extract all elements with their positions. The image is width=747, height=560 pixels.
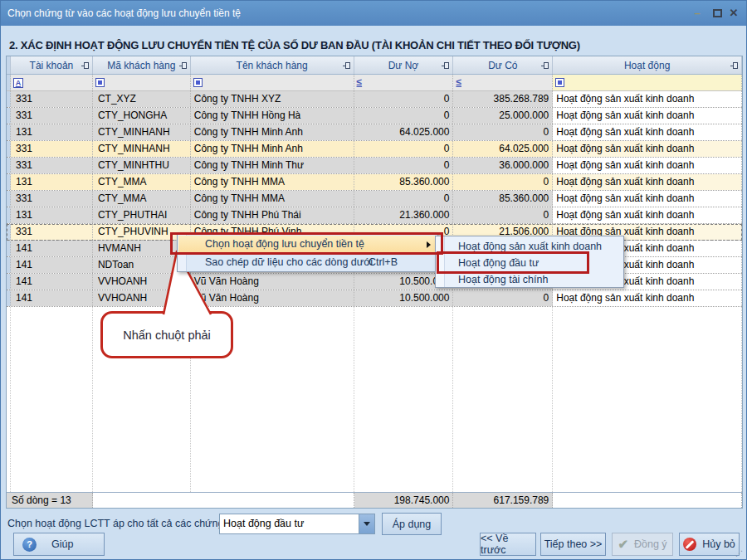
submenu-item-tai-chinh[interactable]: Hoạt động tài chính [437, 271, 623, 288]
table-row[interactable]: 331CTY_MINHANHCông ty TNHH Minh Anh064.0… [7, 141, 742, 158]
cell-ma_khach_hang: CT_XYZ [93, 91, 191, 107]
filter-cell-ma_khach_hang[interactable] [93, 75, 191, 90]
table-row[interactable]: 131CTY_PHUTHAICông ty TNHH Phú Thái21.36… [7, 207, 742, 224]
column-header-tai_khoan[interactable]: Tài khoản [11, 56, 93, 74]
table-row[interactable]: 141VVHOANHVũ Văn Hoàng10.500.000Hoạt độn… [7, 274, 742, 290]
table-row[interactable]: 331CTY_MINHTHUCông ty TNHH Minh Thư036.0… [7, 158, 742, 174]
column-header-label: Tài khoản [30, 60, 74, 71]
cell-tai_khoan: 331 [11, 158, 93, 173]
cell-ma_khach_hang: CTY_MMA [93, 174, 191, 190]
cell-du_co: 64.025.000 [453, 141, 553, 157]
column-header-ten_khach_hang[interactable]: Tên khách hàng [191, 56, 354, 74]
footer-spacer [553, 493, 742, 508]
apply-all-label: Chọn hoạt động LCTT áp cho tất cả các ch… [7, 513, 237, 534]
check-icon: ✔ [618, 537, 628, 552]
maximize-icon[interactable] [708, 1, 726, 26]
cell-du_co: 85.360.000 [453, 191, 553, 207]
filter-cell-ten_khach_hang[interactable] [191, 75, 354, 90]
cell-du_no: 0 [354, 158, 454, 173]
window-title: Chọn chứng từ vào các hoạt động lưu chuy… [7, 1, 241, 26]
column-header-du_co[interactable]: Dư Có [453, 56, 553, 74]
cell-ma_khach_hang: CTY_MINHANH [93, 141, 191, 157]
ok-button[interactable]: ✔ Đồng ý [612, 533, 673, 556]
du-no-total: 198.745.000 [354, 493, 454, 508]
menu-item-sao-chep[interactable]: Sao chép dữ liệu cho các dòng dưới Ctrl+… [178, 254, 437, 271]
cell-hoat_dong: Hoạt động sản xuất kinh doanh [553, 158, 742, 173]
resize-grip[interactable]: ⋰ [735, 549, 744, 558]
filter-cell-tai_khoan[interactable]: A [11, 75, 93, 90]
pin-icon[interactable] [84, 62, 89, 69]
grid-header-row: Tài khoảnMã khách hàngTên khách hàngDư N… [7, 56, 742, 75]
cell-du_no: 10.500.000 [354, 290, 454, 306]
column-header-du_no[interactable]: Dư Nợ [354, 56, 454, 74]
section-title: 2. XÁC ĐỊNH HOẠT ĐỘNG LƯU CHUYỂN TIỀN TỆ… [9, 39, 580, 51]
pin-icon[interactable] [733, 62, 738, 69]
box-filter-icon[interactable] [555, 78, 564, 87]
pin-icon[interactable] [182, 62, 187, 69]
cell-tai_khoan: 331 [11, 141, 93, 157]
minimize-icon[interactable]: – [688, 1, 706, 26]
table-row[interactable]: 141VVHOANHVũ Văn Hoàng10.500.0000Hoạt độ… [7, 290, 742, 307]
apply-button-label: Áp dụng [393, 519, 432, 530]
cell-ten_khach_hang: Công ty TNHH MMA [191, 191, 354, 207]
previous-button[interactable]: << Về trước [480, 533, 536, 556]
activity-combobox[interactable]: Hoạt động đầu tư [219, 514, 375, 534]
filter-cell-du_no[interactable]: ≤ [354, 75, 454, 90]
pin-icon[interactable] [444, 62, 449, 69]
table-row[interactable]: 331CTY_MMACông ty TNHH MMA085.360.000Hoạ… [7, 191, 742, 207]
less-equal-filter-icon[interactable]: ≤ [456, 78, 461, 87]
cell-hoat_dong: Hoạt động sản xuất kinh doanh [553, 191, 742, 207]
cell-tai_khoan: 331 [11, 224, 93, 240]
column-header-label: Hoạt động [624, 60, 670, 71]
help-button[interactable]: ? Giúp [13, 533, 105, 556]
table-row[interactable]: 131CTY_MINHANHCông ty TNHH Minh Anh64.02… [7, 124, 742, 141]
cell-du_no: 21.360.000 [354, 207, 454, 223]
cell-ten_khach_hang: Công ty TNHH XYZ [191, 91, 354, 107]
cell-ten_khach_hang: Công ty TNHH MMA [191, 174, 354, 190]
pin-icon[interactable] [345, 62, 350, 69]
cancel-button[interactable]: Hủy bỏ [679, 533, 740, 556]
ok-button-label: Đồng ý [634, 538, 667, 550]
filter-cell-du_co[interactable]: ≤ [453, 75, 553, 90]
footer-spacer [93, 493, 354, 508]
filter-cell-hoat_dong[interactable] [553, 75, 742, 90]
cell-tai_khoan: 331 [11, 91, 93, 107]
column-header-label: Dư Nợ [388, 60, 419, 71]
column-header-hoat_dong[interactable]: Hoạt động [553, 56, 742, 74]
table-row[interactable]: 331CTY_HONGHACông ty TNHH Hồng Hà025.000… [7, 108, 742, 124]
cell-hoat_dong: Hoạt động sản xuất kinh doanh [553, 141, 742, 157]
cell-du_no: 85.360.000 [354, 174, 454, 190]
apply-button[interactable]: Áp dụng [382, 513, 442, 535]
less-equal-filter-icon[interactable]: ≤ [357, 78, 363, 87]
previous-button-label: << Về trước [481, 533, 535, 556]
cell-du_no: 0 [354, 108, 454, 124]
box-filter-icon[interactable] [95, 78, 105, 87]
cell-hoat_dong: Hoạt động sản xuất kinh doanh [553, 174, 742, 190]
cell-ten_khach_hang: Công ty TNHH Minh Thư [191, 158, 354, 173]
cancel-button-label: Hủy bỏ [702, 538, 735, 550]
cell-ma_khach_hang: CTY_PHUTHAI [93, 207, 191, 223]
cell-tai_khoan: 131 [11, 174, 93, 190]
cell-du_no: 0 [354, 141, 454, 157]
cell-tai_khoan: 141 [11, 290, 93, 306]
column-header-ma_khach_hang[interactable]: Mã khách hàng [93, 56, 191, 74]
callout-text: Nhấn chuột phải [123, 329, 211, 342]
next-button[interactable]: Tiếp theo >> [540, 533, 606, 556]
table-row[interactable]: 131CTY_MMACông ty TNHH MMA85.360.0000Hoạ… [7, 174, 742, 191]
cell-tai_khoan: 141 [11, 241, 93, 256]
pin-icon[interactable] [544, 62, 549, 69]
cell-ma_khach_hang: CTY_MINHTHU [93, 158, 191, 173]
cell-tai_khoan: 141 [11, 257, 93, 273]
box-filter-icon[interactable] [193, 78, 203, 87]
close-icon[interactable]: ✕ [725, 1, 743, 26]
cell-du_co: 385.268.789 [453, 91, 553, 107]
cell-hoat_dong: Hoạt động sản xuất kinh doanh [553, 290, 742, 306]
cell-du_co: 25.000.000 [453, 108, 553, 124]
table-row[interactable]: 331CT_XYZCông ty TNHH XYZ0385.268.789Hoạ… [7, 91, 742, 108]
cell-hoat_dong: Hoạt động sản xuất kinh doanh [553, 108, 742, 124]
combobox-dropdown-icon[interactable] [359, 514, 374, 533]
cancel-icon [683, 538, 696, 551]
empty-column [354, 307, 454, 492]
text-filter-icon[interactable]: A [13, 78, 23, 88]
cell-ma_khach_hang: CTY_MMA [93, 191, 191, 207]
